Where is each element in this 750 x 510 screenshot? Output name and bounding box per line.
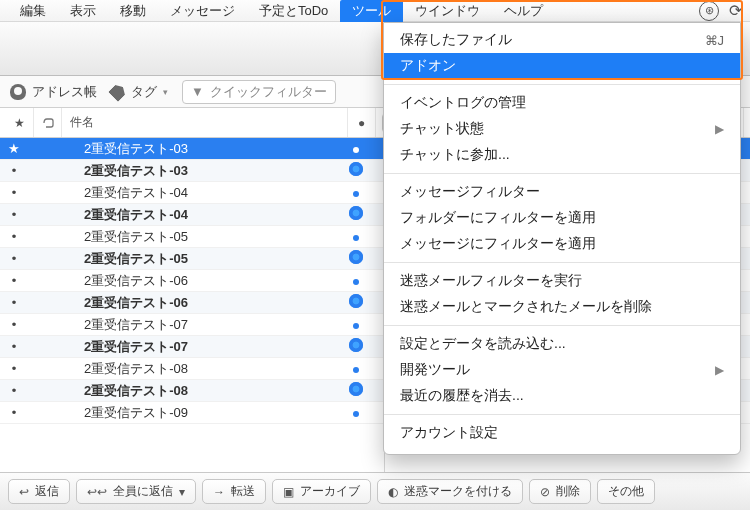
sync-icon[interactable]: ⟳ xyxy=(729,1,742,20)
menu-item-label: メッセージにフィルターを適用 xyxy=(400,235,596,253)
action-bar: ↩返信 ↩↩全員に返信▾ →転送 ▣アーカイブ ◐迷惑マークを付ける ⊘削除 そ… xyxy=(0,472,750,510)
row-star[interactable]: • xyxy=(0,317,28,332)
row-status[interactable] xyxy=(342,294,370,311)
menu-予定とToDo[interactable]: 予定とToDo xyxy=(247,0,340,22)
row-star[interactable]: • xyxy=(0,295,28,310)
forward-label: 転送 xyxy=(231,483,255,500)
tools-menu: 保存したファイル⌘Jアドオンイベントログの管理チャット状態▶チャットに参加...… xyxy=(383,22,741,455)
user-icon xyxy=(10,84,26,100)
row-star[interactable]: • xyxy=(0,185,28,200)
menu-separator xyxy=(384,325,740,326)
creative-cloud-icon[interactable]: ⊛ xyxy=(699,1,719,21)
archive-button[interactable]: ▣アーカイブ xyxy=(272,479,371,504)
menu-item[interactable]: 保存したファイル⌘J xyxy=(384,27,740,53)
row-status[interactable] xyxy=(342,382,370,399)
menu-編集[interactable]: 編集 xyxy=(8,0,58,22)
row-star[interactable]: • xyxy=(0,229,28,244)
quick-filter-label: クイックフィルター xyxy=(210,83,327,101)
other-button[interactable]: その他 xyxy=(597,479,655,504)
row-status[interactable] xyxy=(342,405,370,420)
junk-button[interactable]: ◐迷惑マークを付ける xyxy=(377,479,523,504)
menu-表示[interactable]: 表示 xyxy=(58,0,108,22)
row-subject: 2重受信テスト-05 xyxy=(56,228,342,246)
address-book-button[interactable]: アドレス帳 xyxy=(10,83,97,101)
menu-item[interactable]: チャット状態▶ xyxy=(384,116,740,142)
forward-button[interactable]: →転送 xyxy=(202,479,266,504)
col-subject[interactable]: 件名 xyxy=(62,108,348,137)
row-subject: 2重受信テスト-04 xyxy=(56,184,342,202)
junk-label: 迷惑マークを付ける xyxy=(404,483,512,500)
menu-item[interactable]: 開発ツール▶ xyxy=(384,357,740,383)
reply-all-button[interactable]: ↩↩全員に返信▾ xyxy=(76,479,196,504)
menu-item[interactable]: フォルダーにフィルターを適用 xyxy=(384,205,740,231)
menu-item[interactable]: メッセージフィルター xyxy=(384,179,740,205)
row-star[interactable]: • xyxy=(0,405,28,420)
menu-item-label: 設定とデータを読み込む... xyxy=(400,335,566,353)
menu-item-label: チャット状態 xyxy=(400,120,484,138)
row-star[interactable]: • xyxy=(0,251,28,266)
row-status[interactable] xyxy=(342,185,370,200)
menu-item[interactable]: チャットに参加... xyxy=(384,142,740,168)
menu-item[interactable]: アカウント設定 xyxy=(384,420,740,446)
row-status[interactable] xyxy=(342,361,370,376)
row-star[interactable]: • xyxy=(0,339,28,354)
tag-label: タグ xyxy=(131,83,157,101)
row-status[interactable] xyxy=(342,162,370,179)
row-status[interactable] xyxy=(342,206,370,223)
menu-item[interactable]: イベントログの管理 xyxy=(384,90,740,116)
menu-item-label: アカウント設定 xyxy=(400,424,498,442)
menu-ヘルプ[interactable]: ヘルプ xyxy=(492,0,555,22)
row-subject: 2重受信テスト-03 xyxy=(56,140,342,158)
delete-button[interactable]: ⊘削除 xyxy=(529,479,591,504)
menu-separator xyxy=(384,84,740,85)
row-subject: 2重受信テスト-05 xyxy=(56,250,342,268)
menu-item-label: 開発ツール xyxy=(400,361,470,379)
row-status[interactable] xyxy=(342,141,370,156)
col-attachment[interactable] xyxy=(34,108,62,137)
row-subject: 2重受信テスト-07 xyxy=(56,338,342,356)
row-star[interactable]: • xyxy=(0,163,28,178)
chevron-down-icon: ▾ xyxy=(163,87,168,97)
menu-item-label: 迷惑メールフィルターを実行 xyxy=(400,272,582,290)
menu-item[interactable]: 設定とデータを読み込む... xyxy=(384,331,740,357)
row-status[interactable] xyxy=(342,229,370,244)
row-subject: 2重受信テスト-07 xyxy=(56,316,342,334)
menu-item[interactable]: 最近の履歴を消去... xyxy=(384,383,740,409)
menu-メッセージ[interactable]: メッセージ xyxy=(158,0,247,22)
row-star[interactable]: • xyxy=(0,207,28,222)
menu-separator xyxy=(384,173,740,174)
row-subject: 2重受信テスト-08 xyxy=(56,360,342,378)
menu-ツール[interactable]: ツール xyxy=(340,0,403,22)
row-subject: 2重受信テスト-06 xyxy=(56,272,342,290)
row-subject: 2重受信テスト-08 xyxy=(56,382,342,400)
row-star[interactable]: ★ xyxy=(0,141,28,156)
row-status[interactable] xyxy=(342,317,370,332)
menu-separator xyxy=(384,414,740,415)
reply-all-icon: ↩↩ xyxy=(87,485,107,499)
menu-item[interactable]: アドオン xyxy=(384,53,740,79)
row-subject: 2重受信テスト-03 xyxy=(56,162,342,180)
funnel-icon: ▼ xyxy=(191,84,204,99)
row-star[interactable]: • xyxy=(0,273,28,288)
menu-separator xyxy=(384,262,740,263)
col-read-status[interactable]: ● xyxy=(348,108,376,137)
forward-icon: → xyxy=(213,485,225,499)
col-star[interactable]: ★ xyxy=(6,108,34,137)
chevron-down-icon: ▾ xyxy=(179,485,185,499)
menu-移動[interactable]: 移動 xyxy=(108,0,158,22)
row-status[interactable] xyxy=(342,338,370,355)
other-label: その他 xyxy=(608,483,644,500)
reply-icon: ↩ xyxy=(19,485,29,499)
row-status[interactable] xyxy=(342,273,370,288)
delete-label: 削除 xyxy=(556,483,580,500)
quick-filter-button[interactable]: ▼ クイックフィルター xyxy=(182,80,336,104)
tag-button[interactable]: タグ ▾ xyxy=(111,83,168,101)
menu-item[interactable]: 迷惑メールフィルターを実行 xyxy=(384,268,740,294)
reply-button[interactable]: ↩返信 xyxy=(8,479,70,504)
row-status[interactable] xyxy=(342,250,370,267)
row-star[interactable]: • xyxy=(0,361,28,376)
menu-item[interactable]: 迷惑メールとマークされたメールを削除 xyxy=(384,294,740,320)
menu-item[interactable]: メッセージにフィルターを適用 xyxy=(384,231,740,257)
row-star[interactable]: • xyxy=(0,383,28,398)
menu-ウインドウ[interactable]: ウインドウ xyxy=(403,0,492,22)
